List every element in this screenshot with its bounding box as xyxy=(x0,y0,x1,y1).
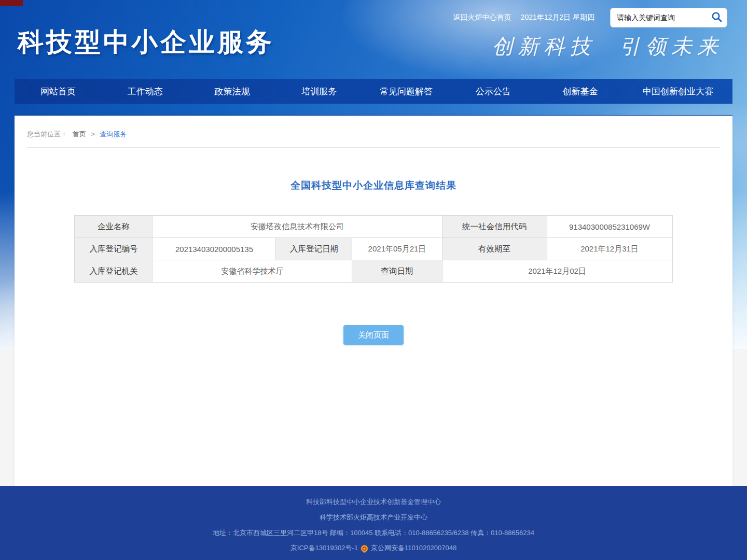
slogan-text: 创新科技 引领未来 xyxy=(492,32,723,61)
query-date-value: 2021年12月02日 xyxy=(442,260,672,283)
company-name-value: 安徽塔孜信息技术有限公司 xyxy=(153,216,442,238)
reg-authority-value: 安徽省科学技术厅 xyxy=(153,260,352,283)
page-title: 全国科技型中小企业信息库查询结果 xyxy=(15,179,732,192)
close-page-button[interactable]: 关闭页面 xyxy=(343,325,404,345)
content-container: 您当前位置： 首页 > 查询服务 全国科技型中小企业信息库查询结果 企业名称 安… xyxy=(15,115,732,486)
reg-no-value: 202134030200005135 xyxy=(153,238,276,260)
result-table: 企业名称 安徽塔孜信息技术有限公司 统一社会信用代码 9134030008523… xyxy=(74,215,672,283)
header-top-bar: 返回火炬中心首页 2021年12月2日 星期四 xyxy=(453,7,727,28)
public-security-badge-icon xyxy=(360,544,369,553)
valid-until-label: 有效期至 xyxy=(442,238,547,260)
icp-link[interactable]: 京ICP备13019302号-1 xyxy=(290,541,358,555)
public-security-link[interactable]: 京公网安备11010202007048 xyxy=(371,541,457,555)
search-box xyxy=(610,8,727,27)
nav-item-training[interactable]: 培训服务 xyxy=(275,79,363,104)
company-name-label: 企业名称 xyxy=(75,216,153,238)
footer-address-line: 地址：北京市西城区三里河二区甲18号 邮编：100045 联系电话：010-88… xyxy=(0,525,747,541)
breadcrumb-current-link[interactable]: 查询服务 xyxy=(100,130,127,138)
reg-date-value: 2021年05月21日 xyxy=(352,238,442,260)
site-header: 科技型中小企业服务 返回火炬中心首页 2021年12月2日 星期四 创新科技 引… xyxy=(0,0,747,79)
torch-center-home-link[interactable]: 返回火炬中心首页 xyxy=(453,13,511,22)
search-icon xyxy=(711,11,723,25)
table-row: 入库登记编号 202134030200005135 入库登记日期 2021年05… xyxy=(75,238,672,260)
reg-authority-label: 入库登记机关 xyxy=(75,260,153,283)
nav-item-policies[interactable]: 政策法规 xyxy=(189,79,276,104)
reg-date-label: 入库登记日期 xyxy=(276,238,352,260)
current-date: 2021年12月2日 星期四 xyxy=(521,13,594,22)
credit-code-label: 统一社会信用代码 xyxy=(442,216,547,238)
breadcrumb-home-link[interactable]: 首页 xyxy=(73,130,86,138)
nav-item-faq[interactable]: 常见问题解答 xyxy=(363,79,450,104)
site-footer: 科技部科技型中小企业技术创新基金管理中心 科学技术部火炬高技术产业开发中心 地址… xyxy=(0,486,747,560)
breadcrumb-prefix: 您当前位置： xyxy=(27,130,67,138)
search-button[interactable] xyxy=(711,11,723,24)
nav-item-innovation-fund[interactable]: 创新基金 xyxy=(537,79,624,104)
reg-no-label: 入库登记编号 xyxy=(75,238,153,260)
credit-code-value: 91340300085231069W xyxy=(547,216,672,238)
table-row: 入库登记机关 安徽省科学技术厅 查询日期 2021年12月02日 xyxy=(75,260,672,283)
footer-icp-line: 京ICP备13019302号-1 京公网安备11010202007048 xyxy=(0,541,747,555)
nav-item-work-news[interactable]: 工作动态 xyxy=(102,79,189,104)
table-row: 企业名称 安徽塔孜信息技术有限公司 统一社会信用代码 9134030008523… xyxy=(75,216,672,238)
site-logo: 科技型中小企业服务 xyxy=(18,25,274,60)
footer-org-line-1: 科技部科技型中小企业技术创新基金管理中心 xyxy=(0,494,747,510)
main-nav: 网站首页 工作动态 政策法规 培训服务 常见问题解答 公示公告 创新基金 中国创… xyxy=(15,79,732,104)
nav-item-competition[interactable]: 中国创新创业大赛 xyxy=(624,79,732,104)
nav-item-home[interactable]: 网站首页 xyxy=(15,79,102,104)
breadcrumb-separator: > xyxy=(91,130,95,138)
query-date-label: 查询日期 xyxy=(352,260,442,283)
search-input[interactable] xyxy=(617,13,711,22)
valid-until-value: 2021年12月31日 xyxy=(547,238,672,260)
footer-org-line-2: 科学技术部火炬高技术产业开发中心 xyxy=(0,510,747,525)
breadcrumb: 您当前位置： 首页 > 查询服务 xyxy=(27,116,720,148)
nav-item-announcements[interactable]: 公示公告 xyxy=(450,79,537,104)
